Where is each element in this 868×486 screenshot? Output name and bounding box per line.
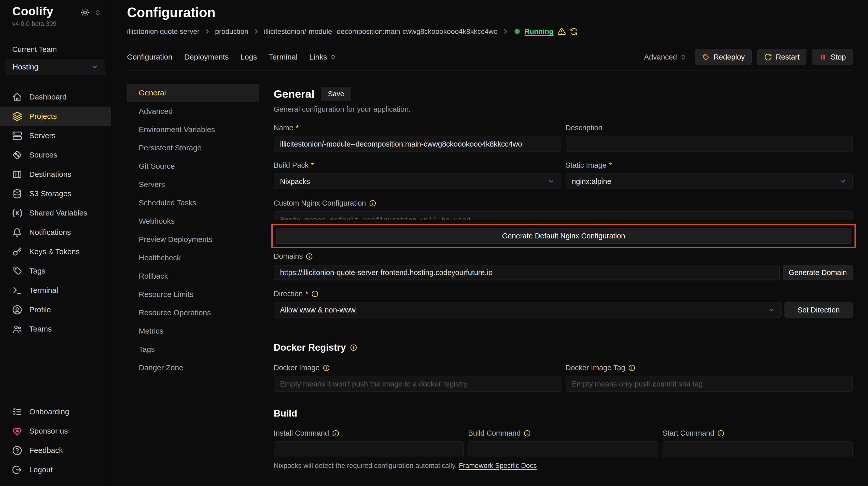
sidebar-item-sponsor-us[interactable]: Sponsor us (0, 421, 111, 441)
build-pack-select[interactable]: Nixpacks (274, 173, 561, 189)
subnav-item-healthcheck[interactable]: Healthcheck (127, 249, 259, 267)
info-icon (717, 430, 724, 437)
sidebar-item-projects[interactable]: Projects (0, 107, 111, 126)
vars-icon: (x) (12, 208, 22, 218)
stop-button[interactable]: Stop (812, 49, 853, 65)
app-logo: Coolify (12, 4, 53, 18)
tab-terminal[interactable]: Terminal (269, 53, 298, 61)
breadcrumb-item[interactable]: illicitonion quote server (127, 28, 199, 36)
docker-image-tag-field: Docker Image Tag (566, 364, 853, 392)
build-command-input[interactable] (468, 442, 658, 457)
static-image-field: Static Image* nginx:alpine (566, 161, 853, 189)
sidebar-item-s3-storages[interactable]: S3 Storages (0, 184, 111, 203)
subnav-item-resource-operations[interactable]: Resource Operations (127, 303, 259, 322)
main-area: Configuration illicitonion quote serverp… (111, 0, 868, 486)
advanced-dropdown[interactable]: Advanced (644, 53, 687, 61)
description-input[interactable] (566, 136, 853, 152)
domains-label: Domains (274, 252, 853, 261)
save-button[interactable]: Save (321, 87, 351, 101)
custom-nginx-textarea[interactable] (274, 212, 853, 220)
section-subtitle: General configuration for your applicati… (274, 105, 853, 114)
subnav-item-danger-zone[interactable]: Danger Zone (127, 358, 259, 377)
sidebar-item-onboarding[interactable]: Onboarding (0, 402, 111, 421)
sidebar-item-dashboard[interactable]: Dashboard (0, 87, 111, 107)
sidebar-item-tags[interactable]: Tags (0, 261, 111, 281)
terminal-icon (12, 286, 22, 295)
tab-links[interactable]: Links (309, 53, 337, 61)
subnav-item-servers[interactable]: Servers (127, 175, 259, 194)
info-icon (323, 364, 330, 371)
sidebar-item-profile[interactable]: Profile (0, 300, 111, 319)
sidebar-item-terminal[interactable]: Terminal (0, 281, 111, 300)
sidebar-item-notifications[interactable]: Notifications (0, 223, 111, 242)
theme-toggle-sun-icon[interactable] (81, 8, 89, 17)
sidebar-item-shared-variables[interactable]: (x)Shared Variables (0, 203, 111, 223)
status-running-link[interactable]: Running (525, 28, 554, 36)
settings-subnav: GeneralAdvancedEnvironment VariablesPers… (127, 84, 259, 486)
install-command-field: Install Command (274, 429, 464, 457)
sidebar-item-keys-tokens[interactable]: Keys & Tokens (0, 242, 111, 261)
tab-configuration[interactable]: Configuration (127, 53, 172, 61)
chevron-down-icon (91, 63, 98, 71)
tabs: ConfigurationDeploymentsLogsTerminalLink… (127, 53, 337, 61)
sidebar-item-sources[interactable]: Sources (0, 145, 111, 165)
breadcrumb-chevron-icon (204, 28, 211, 35)
subnav-item-rollback[interactable]: Rollback (127, 267, 259, 285)
subnav-item-environment-variables[interactable]: Environment Variables (127, 120, 259, 139)
subnav-item-resource-limits[interactable]: Resource Limits (127, 285, 259, 303)
subnav-item-persistent-storage[interactable]: Persistent Storage (127, 139, 259, 157)
docker-image-tag-input[interactable] (566, 376, 853, 392)
redeploy-icon (702, 53, 710, 61)
direction-select[interactable]: Allow www & non-www. (274, 302, 781, 318)
name-input[interactable] (274, 136, 561, 152)
status-indicator: Running (514, 27, 578, 36)
sidebar-item-label: S3 Storages (29, 189, 71, 198)
static-image-select[interactable]: nginx:alpine (566, 173, 853, 189)
start-command-field: Start Command (662, 429, 853, 457)
sidebar-item-label: Teams (29, 325, 52, 333)
sidebar-item-feedback[interactable]: Feedback (0, 441, 111, 460)
subnav-item-scheduled-tasks[interactable]: Scheduled Tasks (127, 194, 259, 212)
docker-image-input[interactable] (274, 376, 561, 392)
generate-nginx-config-button[interactable]: Generate Default Nginx Configuration (276, 228, 851, 244)
subnav-item-preview-deployments[interactable]: Preview Deployments (127, 230, 259, 249)
redeploy-button[interactable]: Redeploy (695, 49, 752, 65)
sidebar-item-label: Dashboard (29, 93, 67, 101)
tab-logs[interactable]: Logs (241, 53, 257, 61)
content: GeneralAdvancedEnvironment VariablesPers… (127, 70, 853, 486)
generate-domain-button[interactable]: Generate Domain (783, 265, 853, 281)
sidebar-item-label: Sources (29, 151, 57, 159)
info-icon (524, 430, 531, 437)
rotate-icon (764, 53, 772, 61)
subnav-item-advanced[interactable]: Advanced (127, 102, 259, 120)
team-select[interactable]: Hosting (6, 59, 105, 75)
domains-input[interactable] (274, 265, 780, 281)
general-form: General Save General configuration for y… (274, 84, 853, 486)
description-field: Description (566, 124, 853, 152)
status-dot-icon (514, 28, 521, 35)
subnav-item-general[interactable]: General (127, 84, 259, 102)
info-icon (350, 344, 357, 351)
install-command-input[interactable] (274, 442, 464, 457)
tab-deployments[interactable]: Deployments (184, 53, 228, 61)
subnav-item-git-source[interactable]: Git Source (127, 157, 259, 175)
subnav-item-tags[interactable]: Tags (127, 340, 259, 358)
sidebar-item-servers[interactable]: Servers (0, 126, 111, 145)
breadcrumb-item[interactable]: illicitestonion/-module--decomposition:m… (264, 28, 498, 36)
sidebar-item-destinations[interactable]: Destinations (0, 165, 111, 184)
tab-bar: ConfigurationDeploymentsLogsTerminalLink… (127, 49, 853, 70)
restart-button[interactable]: Restart (757, 49, 806, 65)
sidebar-item-label: Sponsor us (29, 427, 68, 435)
refresh-status-icon[interactable] (570, 28, 578, 35)
sidebar-item-label: Logout (29, 465, 53, 474)
start-command-input[interactable] (662, 442, 853, 457)
users-icon (12, 324, 22, 334)
sidebar-item-teams[interactable]: Teams (0, 319, 111, 339)
breadcrumb-item[interactable]: production (215, 28, 248, 36)
set-direction-button[interactable]: Set Direction (784, 302, 853, 318)
framework-docs-link[interactable]: Framework Specific Docs (459, 462, 536, 469)
sidebar-item-logout[interactable]: Logout (0, 460, 111, 479)
sidebar-collapse-icon[interactable] (94, 9, 101, 16)
subnav-item-metrics[interactable]: Metrics (127, 322, 259, 340)
subnav-item-webhooks[interactable]: Webhooks (127, 212, 259, 230)
